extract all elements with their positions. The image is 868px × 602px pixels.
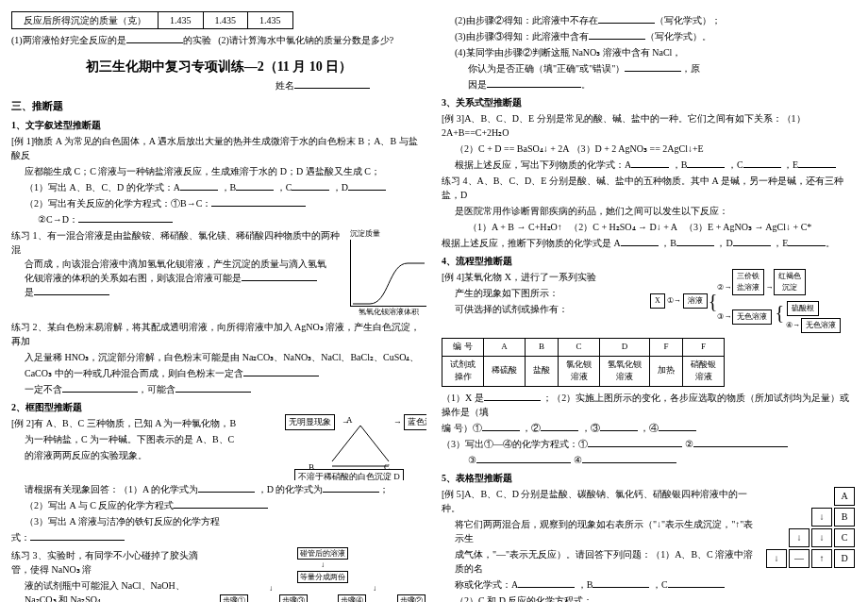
top-q1: (1)两溶液恰好完全反应的是的实验 (2)请计算海水中氯化钠的质量分数是多少? [11, 33, 426, 47]
practice-2: 练习 2、某白色粉末易溶解，将其配成透明溶液，向所得溶液中加入 AgNO₃ 溶液… [11, 320, 426, 348]
top-table-cell: 1.435 [203, 12, 248, 29]
page-title: 初三生化期中复习专项训练—2（11 月 10 日） [11, 57, 426, 76]
triangle-diagram: 无明显现象 → A B C → 蓝色沉淀 不溶于稀硝酸的白色沉淀 D [285, 414, 426, 480]
type4-heading: 4、流程型推断题 [442, 254, 857, 268]
section-heading: 三、推断题 [11, 98, 426, 114]
top-table-cell: 1.435 [159, 12, 204, 29]
right-flow-diagram: X①→ 溶液 { ②→三价铁盐溶液→红褐色沉淀 ③→无色溶液 { 硫酸根 ④→无… [649, 268, 857, 334]
type1-heading: 1、文字叙述型推断题 [11, 118, 426, 132]
example-2: 无明显现象 → A B C → 蓝色沉淀 不溶于稀硝酸的白色沉淀 D [例 2]… [11, 414, 426, 480]
practice-4: 练习 4、A、B、C、D、E 分别是酸、碱、盐中的五种物质。其中 A 是碱，另一… [442, 174, 857, 202]
left-column: 反应后所得沉淀的质量（克） 1.435 1.435 1.435 (1)两溶液恰好… [11, 11, 426, 602]
practice-1: 沉淀质量 氢氧化钡溶液体积 练习 1、有一混合溶液是由盐酸铵、稀硝酸、氯化镁、稀… [11, 228, 426, 318]
type3-heading: 3、关系式型推断题 [442, 95, 857, 109]
practice-3: 碰管后的溶液 ↓ 等量分成两份 ↓↓ 步骤① 步骤③ 步骤④ 步骤② 加足量稀硝… [11, 546, 426, 603]
right-column: (2)由步骤②得知：此溶液中不存在（写化学式）； (3)由步骤③得知：此溶液中含… [442, 11, 857, 602]
svg-line-0 [332, 426, 360, 461]
top-data-table: 反应后所得沉淀的质量（克） 1.435 1.435 1.435 [11, 11, 293, 29]
name-line: 姓名 [11, 78, 426, 92]
example-4: X①→ 溶液 { ②→三价铁盐溶液→红褐色沉淀 ③→无色溶液 { 硫酸根 ④→无… [442, 268, 857, 334]
example-5: A ↓B ↓↓C ↓—↑D [例 5]A、B、C、D 分别是盐酸、碳酸钠、氯化钙… [442, 485, 857, 602]
axis-graph: 沉淀质量 氢氧化钡溶液体积 [350, 228, 426, 318]
top-table-cell: 1.435 [248, 12, 293, 29]
svg-line-1 [360, 426, 389, 461]
type2-heading: 2、框图型推断题 [11, 400, 426, 414]
example-3: [例 3]A、B、C、D、E 分别是常见的酸、碱、盐中的一种。它们之间有如下关系… [442, 111, 857, 140]
trial-table: 编 号 A B C D F F 试剂或操作 稀硫酸 盐酸 氯化钡溶液 氢氧化钡溶… [442, 338, 725, 387]
top-table-label: 反应后所得沉淀的质量（克） [12, 12, 159, 29]
type5-heading: 5、表格型推断题 [442, 471, 857, 485]
combo-grid: A ↓B ↓↓C ↓—↑D [764, 485, 857, 570]
flowchart: 碰管后的溶液 ↓ 等量分成两份 ↓↓ 步骤① 步骤③ 步骤④ 步骤② 加足量稀硝… [219, 546, 426, 603]
example-1: [例 1]物质 A 为常见的白色固体，A 遇水后放出大量的热并生成微溶于水的白色… [11, 134, 426, 162]
